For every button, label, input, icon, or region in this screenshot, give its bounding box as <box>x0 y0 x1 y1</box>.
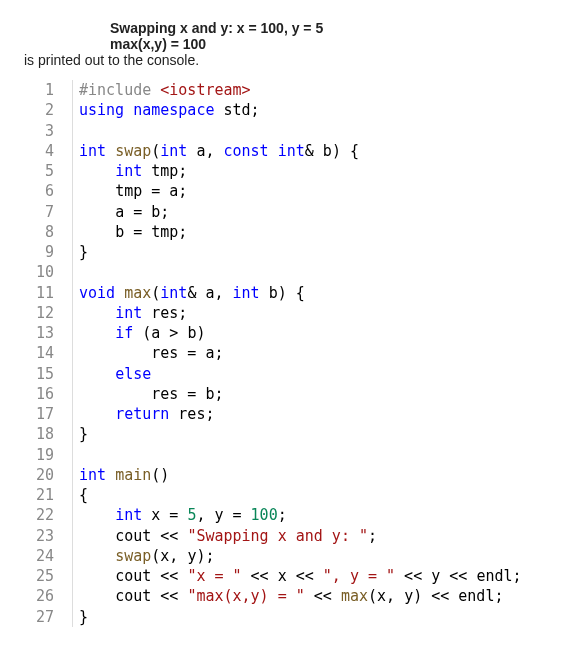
token-op: ; <box>178 182 187 200</box>
line-number: 17 <box>20 404 72 424</box>
token-fn: swap <box>115 142 151 160</box>
token-op: ) << <box>413 587 458 605</box>
code-line: 4int swap(int a, const int& b) { <box>20 141 546 161</box>
gutter <box>72 262 79 282</box>
code-content: int tmp; <box>79 161 187 181</box>
token-id: a <box>151 324 160 342</box>
code-line: 20int main() <box>20 465 546 485</box>
code-content: else <box>79 364 151 384</box>
token-fn: max <box>341 587 368 605</box>
line-number: 26 <box>20 586 72 606</box>
code-block: 1#include <iostream>2using namespace std… <box>20 80 546 627</box>
line-number: 20 <box>20 465 72 485</box>
token-id: endl <box>458 587 494 605</box>
code-line: 15 else <box>20 364 546 384</box>
code-line: 12 int res; <box>20 303 546 323</box>
line-number: 18 <box>20 424 72 444</box>
line-number: 1 <box>20 80 72 100</box>
line-number: 4 <box>20 141 72 161</box>
gutter <box>72 404 79 424</box>
token-op: ; <box>513 567 522 585</box>
token-op: ; <box>178 304 187 322</box>
gutter <box>72 100 79 120</box>
token-op <box>269 142 278 160</box>
line-number: 22 <box>20 505 72 525</box>
token-id: a <box>169 182 178 200</box>
code-content: using namespace std; <box>79 100 260 120</box>
token-id: res <box>151 385 178 403</box>
token-op: & <box>187 284 205 302</box>
token-ty: int <box>115 304 142 322</box>
line-number: 6 <box>20 181 72 201</box>
token-id: cout <box>115 587 151 605</box>
token-op: = <box>160 506 187 524</box>
code-line: 23 cout << "Swapping x and y: "; <box>20 526 546 546</box>
code-line: 13 if (a > b) <box>20 323 546 343</box>
token-op: } <box>79 425 88 443</box>
code-content: res = a; <box>79 343 224 363</box>
gutter <box>72 161 79 181</box>
token-op: { <box>79 486 88 504</box>
token-op <box>151 81 160 99</box>
gutter <box>72 424 79 444</box>
gutter <box>72 384 79 404</box>
token-id: b <box>269 284 278 302</box>
token-op: ; <box>178 223 187 241</box>
code-line: 26 cout << "max(x,y) = " << max(x, y) <<… <box>20 586 546 606</box>
token-id: y <box>214 506 223 524</box>
token-op: = <box>178 385 205 403</box>
code-content: } <box>79 242 88 262</box>
token-op: ; <box>251 101 260 119</box>
gutter <box>72 465 79 485</box>
token-op: ( <box>151 142 160 160</box>
token-op: ; <box>494 587 503 605</box>
token-ty: int <box>160 142 187 160</box>
token-op: , <box>169 547 187 565</box>
token-op: , <box>205 142 223 160</box>
token-op: ; <box>205 405 214 423</box>
token-op <box>106 142 115 160</box>
token-op: << <box>395 567 431 585</box>
code-content: res = b; <box>79 384 224 404</box>
line-number: 13 <box>20 323 72 343</box>
token-ty: void <box>79 284 115 302</box>
token-op <box>169 405 178 423</box>
token-pp: #include <box>79 81 151 99</box>
token-op: ; <box>160 203 169 221</box>
code-line: 9} <box>20 242 546 262</box>
code-line: 19 <box>20 445 546 465</box>
gutter <box>72 485 79 505</box>
token-fn: max <box>124 284 151 302</box>
token-op <box>115 284 124 302</box>
code-line: 5 int tmp; <box>20 161 546 181</box>
gutter <box>72 222 79 242</box>
token-op: , <box>386 587 404 605</box>
token-op: << <box>151 567 187 585</box>
token-inc: <iostream> <box>160 81 250 99</box>
gutter <box>72 607 79 627</box>
token-op: ); <box>196 547 214 565</box>
token-op: ; <box>214 344 223 362</box>
token-op: ; <box>214 385 223 403</box>
line-number: 19 <box>20 445 72 465</box>
token-op: ; <box>368 527 377 545</box>
token-kw: namespace <box>133 101 214 119</box>
token-kw: using <box>79 101 124 119</box>
token-op: ; <box>178 162 187 180</box>
token-op <box>142 506 151 524</box>
token-str: ", y = " <box>323 567 395 585</box>
code-content: #include <iostream> <box>79 80 251 100</box>
gutter <box>72 323 79 343</box>
code-line: 21{ <box>20 485 546 505</box>
line-number: 8 <box>20 222 72 242</box>
code-line: 25 cout << "x = " << x << ", y = " << y … <box>20 566 546 586</box>
intro-console-text: is printed out to the console. <box>24 52 546 68</box>
token-num: 100 <box>251 506 278 524</box>
token-op: , <box>214 284 232 302</box>
code-line: 22 int x = 5, y = 100; <box>20 505 546 525</box>
token-kw: const <box>224 142 269 160</box>
code-content: } <box>79 607 88 627</box>
intro-bold-1: Swapping x and y: x = 100, y = 5 <box>110 20 546 36</box>
code-line: 6 tmp = a; <box>20 181 546 201</box>
token-op: = <box>124 203 151 221</box>
